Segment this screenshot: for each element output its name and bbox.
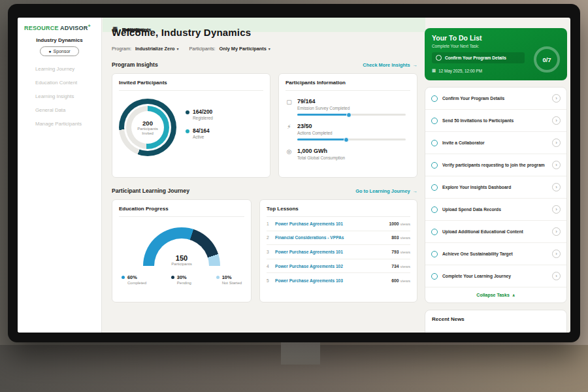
donut-legend: 164/200 Registered 84/164 Active [186,108,213,146]
participants-information-card: Participants Information ▢ 79/164 Emissi… [278,73,417,178]
task-row[interactable]: Verify participants requesting to join t… [425,154,566,176]
program-insights-cards: Invited Participants 200 Participants In… [112,73,417,178]
chevron-right-icon[interactable]: › [552,250,561,258]
checkbox-icon[interactable] [431,273,438,280]
task-row[interactable]: Send 50 Invitations to Participants › [425,110,566,132]
task-row[interactable]: Explore Your Insights Dashboard › [425,176,566,199]
chevron-right-icon[interactable]: › [552,161,561,169]
task-row[interactable]: Upload Spend Data Records › [425,199,566,221]
donut-center-value: 200 [142,120,153,127]
filter-bar: Program: Industrialize Zero ▾ Participan… [112,46,417,52]
gauge-center-label: Participants [143,262,220,266]
arrow-right-icon: → [413,62,417,68]
chevron-right-icon[interactable]: › [552,227,561,236]
location-icon: ◎ [286,148,293,160]
org-name: Industry Dynamics [18,37,101,43]
lesson-row: 2 Financial Considerations - VPPAs 803vi… [267,231,410,246]
progress-bar [297,139,406,140]
info-row: ⚡ 23/50 Actions Completed [286,116,410,140]
legend-item: 164/200 Registered [186,108,213,120]
checkbox-icon[interactable] [431,229,438,235]
go-to-learning-journey-link[interactable]: Go to Learning Journey → [355,188,417,194]
task-row[interactable]: Complete Your Learning Journey › [425,265,566,287]
checkbox-icon[interactable] [431,95,438,102]
todo-panel: Your To Do List Complete Your Next Task:… [425,18,567,333]
collapse-tasks-button[interactable]: Collapse Tasks ∧ [425,287,566,302]
arrow-right-icon: → [413,188,417,194]
checkbox-icon[interactable] [431,162,438,169]
sidebar-item-education-content[interactable]: Education Content [18,76,101,90]
participants-filter-label: Participants: [189,46,215,52]
photo-background: RESOURCE ADVISOR+ Industry Dynamics ● Sp… [0,0,588,392]
program-insights-header: Program Insights Check More Insights → [112,61,417,68]
todo-title: Your To Do List [432,34,560,42]
invited-participants-donut: 200 Participants Invited [119,99,176,156]
todo-task-list: Confirm Your Program Details › Send 50 I… [425,87,567,303]
chevron-right-icon[interactable]: › [552,183,561,191]
learning-cards: Education Progress 150 Participants [112,199,417,302]
education-progress-gauge: 150 Participants [143,227,220,266]
progress-bar [297,114,406,116]
task-row[interactable]: Upload Additional Educational Content › [425,221,566,243]
checkbox-icon[interactable] [431,251,438,257]
invited-donut-inner: 200 Participants Invited [126,106,169,149]
invited-participants-card: Invited Participants 200 Participants In… [112,73,270,178]
page-title: Welcome, Industry Dynamics [112,27,417,38]
completed-dot-icon [122,276,125,279]
legend-item: 10% Not Started [216,274,242,285]
participants-select[interactable]: Only My Participants ▾ [220,46,270,52]
sponsor-badge: ● Sponsor [40,46,79,56]
sidebar-item-manage-participants[interactable]: Manage Participants [18,117,101,131]
chevron-right-icon[interactable]: › [552,116,561,125]
actions-icon: ⚡ [286,123,293,140]
recent-news-card: Recent News [425,310,567,333]
lesson-link[interactable]: Power Purchase Agreements 102 [275,264,387,269]
registered-dot-icon [186,110,189,114]
sidebar-item-learning-journey[interactable]: Learning Journey [18,62,101,76]
app-logo: RESOURCE ADVISOR+ [18,24,101,31]
lesson-link[interactable]: Financial Considerations - VPPAs [275,235,387,240]
task-row[interactable]: Achieve One Sustainability Target › [425,243,566,265]
sidebar-nav: ⌂ Home ✦ Insights ▣ Education Learning J… [18,62,101,131]
checkbox-icon[interactable] [431,184,438,191]
chevron-right-icon[interactable]: › [552,94,561,103]
invited-donut-outer: 200 Participants Invited [119,99,176,156]
sponsor-icon: ● [48,49,51,54]
legend-item: 84/164 Active [186,127,213,139]
lesson-link[interactable]: Power Purchase Agreements 103 [275,278,387,283]
lesson-link[interactable]: Power Purchase Agreements 101 [275,221,384,226]
lesson-row: 5 Power Purchase Agreements 103 600views [267,273,410,287]
chevron-right-icon[interactable]: › [552,272,561,280]
chevron-down-icon: ▾ [176,46,178,51]
program-select[interactable]: Industrialize Zero ▾ [135,46,178,52]
info-row: ◎ 1,000 GWh Total Global Consumption [286,140,410,160]
task-row[interactable]: Invite a Collaborator › [425,132,566,154]
checkbox-icon[interactable] [431,140,438,146]
main-content: Welcome, Industry Dynamics Program: Indu… [103,18,425,333]
lesson-link[interactable]: Power Purchase Agreements 101 [275,250,387,254]
checkbox-icon[interactable] [431,118,438,124]
checkbox-icon[interactable] [436,55,442,61]
todo-progress-ring: 0/7 [534,46,560,73]
lesson-row: 3 Power Purchase Agreements 101 793views [267,245,410,259]
chevron-down-icon: ▾ [269,46,270,51]
checkbox-icon[interactable] [431,206,438,213]
chevron-right-icon[interactable]: › [552,205,561,214]
check-more-insights-link[interactable]: Check More Insights → [363,62,417,68]
sidebar: RESOURCE ADVISOR+ Industry Dynamics ● Sp… [18,18,102,333]
top-lessons-card: Top Lessons 1 Power Purchase Agreements … [259,199,417,302]
chevron-right-icon[interactable]: › [552,139,561,147]
learning-journey-header: Participant Learning Journey Go to Learn… [112,188,417,194]
sidebar-item-general-data[interactable]: General Data [18,103,101,117]
task-row[interactable]: Confirm Your Program Details › [425,88,566,110]
gauge-legend: 60% Completed 30% Pending [119,266,244,285]
program-filter-label: Program: [112,46,131,52]
active-dot-icon [186,129,189,133]
info-row: ▢ 79/164 Emission Survey Completed [286,91,410,116]
monitor-bezel: RESOURCE ADVISOR+ Industry Dynamics ● Sp… [8,4,580,342]
survey-icon: ▢ [286,98,293,116]
lesson-row: 4 Power Purchase Agreements 102 734views [267,259,410,274]
sidebar-item-learning-insights[interactable]: Learning Insights [18,90,101,103]
next-task[interactable]: Confirm Your Program Details [432,52,525,63]
todo-summary-card: Your To Do List Complete Your Next Task:… [425,28,567,80]
